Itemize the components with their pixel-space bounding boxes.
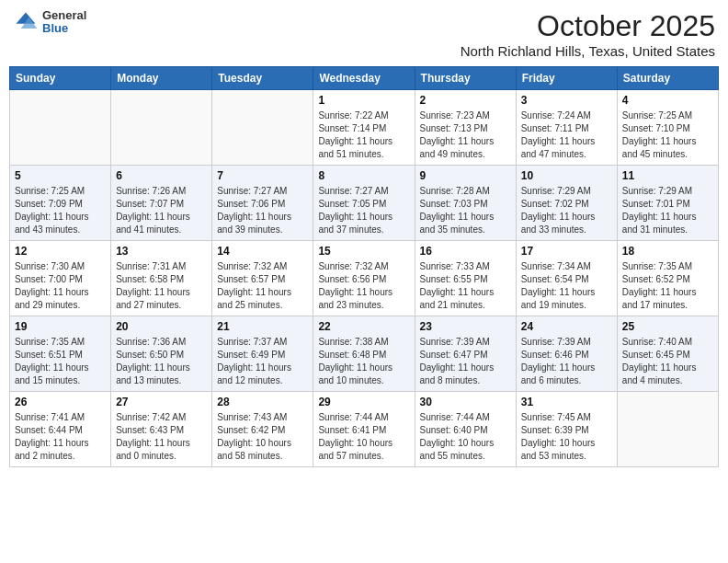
day-info: Sunrise: 7:22 AMSunset: 7:14 PMDaylight:… [318,109,409,161]
calendar-day-cell: 1Sunrise: 7:22 AMSunset: 7:14 PMDaylight… [313,90,415,166]
weekday-header-sunday: Sunday [10,67,111,90]
calendar-day-cell: 13Sunrise: 7:31 AMSunset: 6:58 PMDayligh… [111,241,212,316]
calendar-day-cell: 6Sunrise: 7:26 AMSunset: 7:07 PMDaylight… [111,166,212,241]
day-number: 1 [318,94,409,107]
calendar-day-cell: 14Sunrise: 7:32 AMSunset: 6:57 PMDayligh… [212,241,313,316]
day-number: 12 [15,245,106,258]
day-info: Sunrise: 7:29 AMSunset: 7:01 PMDaylight:… [622,185,713,236]
day-info: Sunrise: 7:23 AMSunset: 7:13 PMDaylight:… [420,109,511,161]
day-info: Sunrise: 7:30 AMSunset: 7:00 PMDaylight:… [15,260,106,312]
calendar-day-cell: 3Sunrise: 7:24 AMSunset: 7:11 PMDaylight… [516,90,617,166]
weekday-header-saturday: Saturday [617,67,718,90]
day-info: Sunrise: 7:42 AMSunset: 6:43 PMDaylight:… [116,411,207,463]
day-info: Sunrise: 7:33 AMSunset: 6:55 PMDaylight:… [420,260,511,312]
calendar-day-cell [617,392,718,467]
calendar-day-cell: 20Sunrise: 7:36 AMSunset: 6:50 PMDayligh… [111,316,212,392]
day-info: Sunrise: 7:35 AMSunset: 6:51 PMDaylight:… [15,336,106,387]
calendar-day-cell: 16Sunrise: 7:33 AMSunset: 6:55 PMDayligh… [415,241,516,316]
day-info: Sunrise: 7:24 AMSunset: 7:11 PMDaylight:… [521,109,612,161]
calendar-day-cell: 15Sunrise: 7:32 AMSunset: 6:56 PMDayligh… [313,241,415,316]
day-number: 7 [217,169,308,182]
calendar-day-cell: 19Sunrise: 7:35 AMSunset: 6:51 PMDayligh… [10,316,111,392]
day-info: Sunrise: 7:26 AMSunset: 7:07 PMDaylight:… [116,185,207,236]
calendar-day-cell: 12Sunrise: 7:30 AMSunset: 7:00 PMDayligh… [10,241,111,316]
day-number: 29 [318,396,409,408]
calendar-week-row: 1Sunrise: 7:22 AMSunset: 7:14 PMDaylight… [10,90,719,166]
day-info: Sunrise: 7:39 AMSunset: 6:47 PMDaylight:… [420,336,511,387]
weekday-header-tuesday: Tuesday [212,67,313,90]
calendar-day-cell: 9Sunrise: 7:28 AMSunset: 7:03 PMDaylight… [415,166,516,241]
location: North Richland Hills, Texas, United Stat… [461,43,715,59]
calendar-day-cell: 8Sunrise: 7:27 AMSunset: 7:05 PMDaylight… [313,166,415,241]
logo-text: General Blue [42,9,86,36]
weekday-header-thursday: Thursday [415,67,516,90]
day-info: Sunrise: 7:40 AMSunset: 6:45 PMDaylight:… [622,336,713,387]
calendar-day-cell: 23Sunrise: 7:39 AMSunset: 6:47 PMDayligh… [415,316,516,392]
day-info: Sunrise: 7:43 AMSunset: 6:42 PMDaylight:… [217,411,308,463]
day-number: 13 [116,245,207,258]
calendar-day-cell: 11Sunrise: 7:29 AMSunset: 7:01 PMDayligh… [617,166,718,241]
day-number: 23 [420,320,511,333]
day-number: 24 [521,320,612,333]
logo-blue: Blue [42,22,86,35]
calendar-day-cell: 10Sunrise: 7:29 AMSunset: 7:02 PMDayligh… [516,166,617,241]
day-info: Sunrise: 7:41 AMSunset: 6:44 PMDaylight:… [15,411,106,463]
calendar-day-cell [212,90,313,166]
day-info: Sunrise: 7:31 AMSunset: 6:58 PMDaylight:… [116,260,207,312]
calendar-table: SundayMondayTuesdayWednesdayThursdayFrid… [9,66,719,467]
day-number: 8 [318,169,409,182]
day-info: Sunrise: 7:25 AMSunset: 7:10 PMDaylight:… [622,109,713,161]
day-info: Sunrise: 7:34 AMSunset: 6:54 PMDaylight:… [521,260,612,312]
day-info: Sunrise: 7:32 AMSunset: 6:56 PMDaylight:… [318,260,409,312]
logo-general: General [42,9,86,22]
title-section: October 2025 North Richland Hills, Texas… [461,9,715,59]
logo-icon [13,9,39,35]
day-number: 21 [217,320,308,333]
day-info: Sunrise: 7:44 AMSunset: 6:41 PMDaylight:… [318,411,409,463]
calendar-day-cell: 26Sunrise: 7:41 AMSunset: 6:44 PMDayligh… [10,392,111,467]
day-info: Sunrise: 7:36 AMSunset: 6:50 PMDaylight:… [116,336,207,387]
weekday-header-row: SundayMondayTuesdayWednesdayThursdayFrid… [10,67,719,90]
calendar-day-cell: 21Sunrise: 7:37 AMSunset: 6:49 PMDayligh… [212,316,313,392]
day-number: 5 [15,169,106,182]
day-number: 27 [116,396,207,408]
day-number: 31 [521,396,612,408]
calendar-week-row: 12Sunrise: 7:30 AMSunset: 7:00 PMDayligh… [10,241,719,316]
day-number: 6 [116,169,207,182]
calendar-week-row: 5Sunrise: 7:25 AMSunset: 7:09 PMDaylight… [10,166,719,241]
calendar-week-row: 26Sunrise: 7:41 AMSunset: 6:44 PMDayligh… [10,392,719,467]
calendar-day-cell: 5Sunrise: 7:25 AMSunset: 7:09 PMDaylight… [10,166,111,241]
weekday-header-wednesday: Wednesday [313,67,415,90]
day-number: 19 [15,320,106,333]
day-number: 17 [521,245,612,258]
day-number: 16 [420,245,511,258]
day-info: Sunrise: 7:25 AMSunset: 7:09 PMDaylight:… [15,185,106,236]
day-number: 9 [420,169,511,182]
day-number: 18 [622,245,713,258]
calendar-day-cell [111,90,212,166]
month-title: October 2025 [461,9,715,43]
calendar-day-cell: 27Sunrise: 7:42 AMSunset: 6:43 PMDayligh… [111,392,212,467]
day-info: Sunrise: 7:32 AMSunset: 6:57 PMDaylight:… [217,260,308,312]
day-info: Sunrise: 7:45 AMSunset: 6:39 PMDaylight:… [521,411,612,463]
calendar-week-row: 19Sunrise: 7:35 AMSunset: 6:51 PMDayligh… [10,316,719,392]
day-info: Sunrise: 7:28 AMSunset: 7:03 PMDaylight:… [420,185,511,236]
calendar-day-cell [10,90,111,166]
calendar-day-cell: 25Sunrise: 7:40 AMSunset: 6:45 PMDayligh… [617,316,718,392]
calendar-day-cell: 17Sunrise: 7:34 AMSunset: 6:54 PMDayligh… [516,241,617,316]
day-info: Sunrise: 7:29 AMSunset: 7:02 PMDaylight:… [521,185,612,236]
day-number: 25 [622,320,713,333]
calendar-day-cell: 4Sunrise: 7:25 AMSunset: 7:10 PMDaylight… [617,90,718,166]
calendar-day-cell: 7Sunrise: 7:27 AMSunset: 7:06 PMDaylight… [212,166,313,241]
logo: General Blue [13,9,86,36]
day-number: 11 [622,169,713,182]
day-number: 15 [318,245,409,258]
day-number: 22 [318,320,409,333]
day-info: Sunrise: 7:39 AMSunset: 6:46 PMDaylight:… [521,336,612,387]
calendar-day-cell: 31Sunrise: 7:45 AMSunset: 6:39 PMDayligh… [516,392,617,467]
day-number: 26 [15,396,106,408]
day-number: 10 [521,169,612,182]
day-number: 2 [420,94,511,107]
day-info: Sunrise: 7:35 AMSunset: 6:52 PMDaylight:… [622,260,713,312]
day-info: Sunrise: 7:27 AMSunset: 7:06 PMDaylight:… [217,185,308,236]
